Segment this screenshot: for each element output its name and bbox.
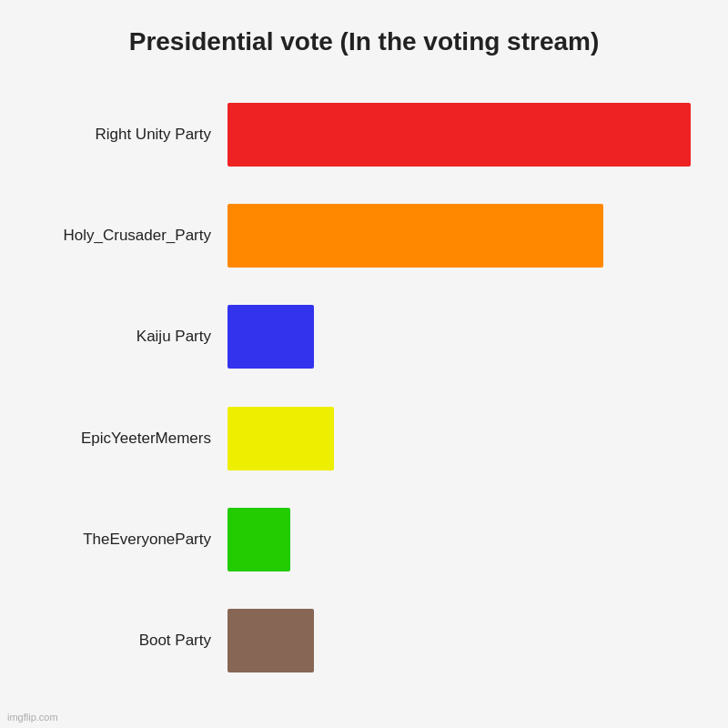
bar-label: TheEveryoneParty [18,531,228,549]
bar [228,305,314,369]
bar-row: Holy_Crusader_Party [18,199,710,272]
bar-label: Boot Party [18,632,228,650]
bar-label: EpicYeeterMemers [18,430,228,448]
watermark: imgflip.com [7,712,58,723]
bar [228,508,290,571]
bar-row: EpicYeeterMemers [18,402,710,475]
bar-row: Boot Party [18,604,710,677]
bar-label: Kaiju Party [18,328,228,346]
bar-row: Kaiju Party [18,300,710,373]
bar-row: TheEveryoneParty [18,503,710,576]
bar-row: Right Unity Party [18,98,710,171]
bar [228,407,334,470]
bar-label: Holy_Crusader_Party [18,227,228,245]
bar [228,204,603,268]
chart-title: Presidential vote (In the voting stream) [18,18,710,56]
bar-label: Right Unity Party [18,126,228,144]
bar [228,103,691,167]
chart-area: Right Unity PartyHoly_Crusader_PartyKaij… [18,75,710,701]
chart-container: Presidential vote (In the voting stream)… [0,0,728,728]
bar [228,609,314,672]
